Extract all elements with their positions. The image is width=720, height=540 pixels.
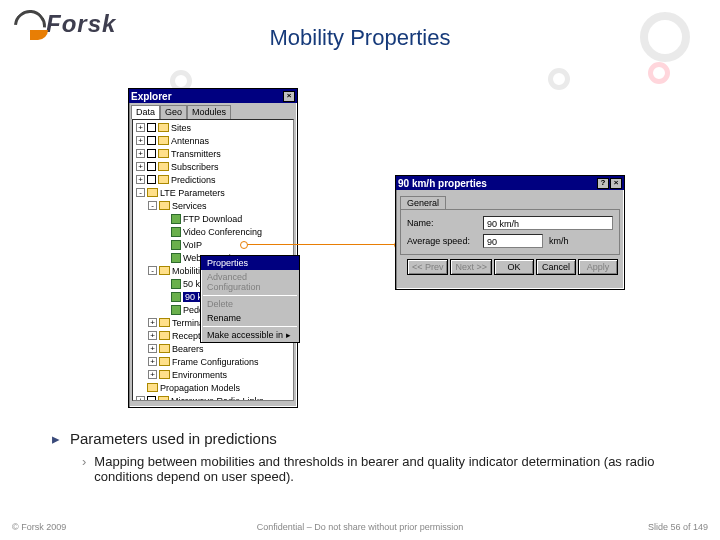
explorer-window: Explorer × Data Geo Modules +Sites+Anten… — [128, 88, 298, 408]
item-icon — [171, 227, 181, 237]
folder-icon — [147, 383, 158, 392]
tree-item-label: LTE Parameters — [160, 188, 225, 198]
tree-item-label: Propagation Models — [160, 383, 240, 393]
menu-item: Advanced Configuration — [201, 270, 299, 294]
folder-icon — [158, 149, 169, 158]
menu-item[interactable]: Properties — [201, 256, 299, 270]
tree-item-label: Subscribers — [171, 162, 219, 172]
expand-icon[interactable]: + — [148, 370, 157, 379]
tree-item-label: Antennas — [171, 136, 209, 146]
menu-separator — [203, 295, 297, 296]
folder-icon — [159, 266, 170, 275]
tree-item[interactable]: +Transmitters — [134, 147, 292, 160]
explorer-tabs: Data Geo Modules — [129, 103, 297, 119]
expand-icon[interactable]: + — [148, 318, 157, 327]
checkbox-icon[interactable] — [147, 123, 156, 132]
tree-item-label: Microwave Radio Links — [171, 396, 264, 402]
bullet-icon: ▸ — [52, 430, 60, 448]
tree-item[interactable]: FTP Download — [134, 212, 292, 225]
slide-content: ▸ Parameters used in predictions › Mappi… — [52, 430, 690, 484]
expand-icon[interactable]: + — [136, 162, 145, 171]
tree-item-label: Predictions — [171, 175, 216, 185]
tree-item-label: Video Conferencing — [183, 227, 262, 237]
tree-item-label: Services — [172, 201, 207, 211]
explorer-title: Explorer — [131, 91, 172, 102]
expand-icon[interactable]: - — [148, 201, 157, 210]
folder-icon — [158, 175, 169, 184]
folder-icon — [159, 331, 170, 340]
dialog-title: 90 km/h properties — [398, 178, 487, 189]
tree-item-label: Environments — [172, 370, 227, 380]
close-icon[interactable]: × — [283, 91, 295, 102]
tree-item[interactable]: +Predictions — [134, 173, 292, 186]
item-icon — [171, 279, 181, 289]
expand-icon[interactable]: + — [136, 136, 145, 145]
tree-item[interactable]: -Services — [134, 199, 292, 212]
folder-icon — [158, 123, 169, 132]
explorer-titlebar: Explorer × — [129, 89, 297, 103]
tree-item[interactable]: +Sites — [134, 121, 292, 134]
item-icon — [171, 305, 181, 315]
folder-icon — [159, 357, 170, 366]
dialog-tab-general[interactable]: General — [400, 196, 446, 209]
expand-icon[interactable]: + — [136, 396, 145, 401]
tree-item-label: FTP Download — [183, 214, 242, 224]
tab-geo[interactable]: Geo — [160, 105, 187, 119]
folder-icon — [159, 318, 170, 327]
next-button[interactable]: Next >> — [450, 259, 492, 275]
tree-item[interactable]: -LTE Parameters — [134, 186, 292, 199]
speed-unit: km/h — [549, 236, 569, 246]
folder-icon — [158, 136, 169, 145]
tree-item[interactable]: Propagation Models — [134, 381, 292, 394]
expand-icon[interactable]: + — [148, 357, 157, 366]
deco-ring-icon — [640, 12, 690, 62]
tree-item[interactable]: +Subscribers — [134, 160, 292, 173]
checkbox-icon[interactable] — [147, 396, 156, 401]
tree-item[interactable]: +Antennas — [134, 134, 292, 147]
expand-icon[interactable]: + — [136, 175, 145, 184]
expand-icon[interactable]: + — [148, 331, 157, 340]
folder-icon — [158, 396, 169, 401]
apply-button[interactable]: Apply — [578, 259, 618, 275]
checkbox-icon[interactable] — [147, 149, 156, 158]
bullet-1: ▸ Parameters used in predictions — [52, 430, 690, 448]
expand-icon[interactable]: + — [136, 123, 145, 132]
tree-item-label: Sites — [171, 123, 191, 133]
tree-item[interactable]: +Microwave Radio Links — [134, 394, 292, 401]
cancel-button[interactable]: Cancel — [536, 259, 576, 275]
folder-icon — [159, 344, 170, 353]
speed-field[interactable]: 90 — [483, 234, 543, 248]
tree-item-label: Frame Configurations — [172, 357, 259, 367]
slide-title: Mobility Properties — [0, 25, 720, 51]
name-field[interactable]: 90 km/h — [483, 216, 613, 230]
connector-line — [246, 244, 396, 245]
tree-item[interactable]: +Bearers — [134, 342, 292, 355]
tree-item[interactable]: +Environments — [134, 368, 292, 381]
checkbox-icon[interactable] — [147, 175, 156, 184]
bullet-2: › Mapping between mobilities and thresho… — [52, 454, 690, 484]
tree-item-label: Bearers — [172, 344, 204, 354]
ok-button[interactable]: OK — [494, 259, 534, 275]
deco-ring-icon — [548, 68, 570, 90]
help-icon[interactable]: ? — [597, 178, 609, 189]
tree-item[interactable]: +Frame Configurations — [134, 355, 292, 368]
menu-item[interactable]: Make accessible in ▸ — [201, 328, 299, 342]
properties-dialog: 90 km/h properties ? × General Name: 90 … — [395, 175, 625, 290]
expand-icon[interactable]: - — [136, 188, 145, 197]
close-icon[interactable]: × — [610, 178, 622, 189]
checkbox-icon[interactable] — [147, 136, 156, 145]
expand-icon[interactable]: - — [148, 266, 157, 275]
bullet-1-text: Parameters used in predictions — [70, 430, 277, 448]
expand-icon[interactable]: + — [148, 344, 157, 353]
menu-item[interactable]: Rename — [201, 311, 299, 325]
deco-ring-icon — [648, 62, 670, 84]
tab-data[interactable]: Data — [131, 105, 160, 119]
tab-modules[interactable]: Modules — [187, 105, 231, 119]
checkbox-icon[interactable] — [147, 162, 156, 171]
dialog-titlebar: 90 km/h properties ? × — [396, 176, 624, 190]
footer-mid: Confidential – Do not share without prio… — [0, 522, 720, 532]
expand-icon[interactable]: + — [136, 149, 145, 158]
folder-icon — [158, 162, 169, 171]
prev-button[interactable]: << Prev — [407, 259, 449, 275]
tree-item[interactable]: Video Conferencing — [134, 225, 292, 238]
